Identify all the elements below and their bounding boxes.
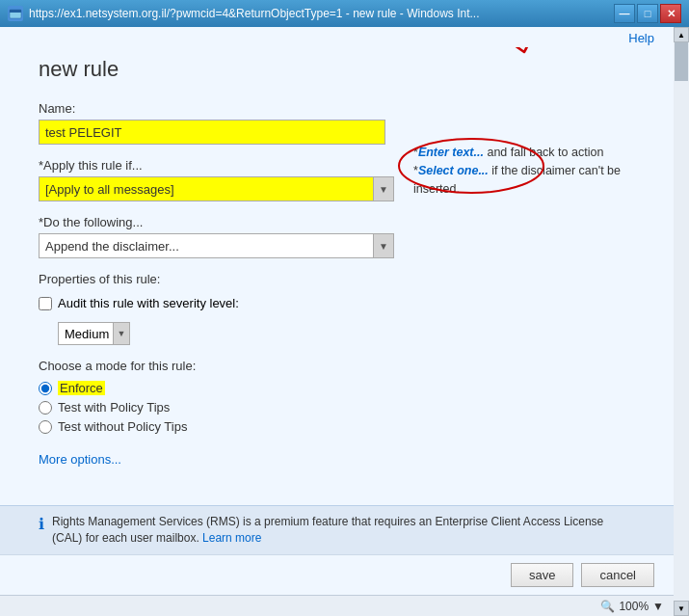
zoom-icon: 🔍 [600, 600, 615, 613]
browser-icon [8, 6, 23, 21]
test-without-label: Test without Policy Tips [58, 419, 187, 434]
select-one-link[interactable]: Select one... [418, 164, 489, 177]
apply-rule-select[interactable]: [Apply to all messages] [39, 176, 394, 201]
content-area: Help new rule Name: *Apply this rule if.… [0, 27, 689, 616]
scrollbar: ▲ ▼ [674, 27, 689, 616]
info-bar: ℹ Rights Management Services (RMS) is a … [0, 505, 674, 554]
more-options-link[interactable]: More options... [39, 452, 121, 467]
do-following-select[interactable]: Append the disclaimer... [39, 233, 394, 258]
test-without-radio[interactable] [39, 420, 52, 434]
save-button[interactable]: save [511, 563, 573, 587]
scroll-down-button[interactable]: ▼ [674, 601, 689, 616]
title-bar: https://ex1.netsystem.org.il/?pwmcid=4&R… [0, 0, 689, 27]
zoom-dropdown-arrow[interactable]: ▼ [652, 600, 664, 613]
title-bar-left: https://ex1.netsystem.org.il/?pwmcid=4&R… [8, 6, 480, 21]
enforce-label: Enforce [58, 381, 105, 395]
mode-label: Choose a mode for this rule: [39, 359, 394, 373]
disclaimer-text: *Enter text... and fall back to action *… [413, 144, 645, 198]
info-bar-text: Rights Management Services (RMS) is a pr… [52, 515, 603, 545]
do-following-label: *Do the following... [39, 215, 394, 229]
test-policy-radio-row: Test with Policy Tips [39, 400, 394, 415]
learn-more-link[interactable]: Learn more [202, 531, 261, 545]
severity-select[interactable]: Medium Low High [58, 322, 130, 345]
mode-section: Choose a mode for this rule: Enforce Tes… [39, 359, 394, 434]
info-icon: ℹ [39, 515, 44, 533]
info-text: Rights Management Services (RMS) is a pr… [52, 514, 635, 547]
name-label: Name: [39, 101, 394, 116]
minimize-button[interactable]: — [614, 4, 635, 23]
enforce-radio[interactable] [39, 382, 52, 395]
properties-header: Properties of this rule: [39, 272, 394, 286]
test-without-radio-row: Test without Policy Tips [39, 419, 394, 434]
properties-group: Properties of this rule: Audit this rule… [39, 272, 394, 345]
disclaimer-container: *Enter text... and fall back to action *… [413, 144, 645, 198]
bottom-bar: save cancel [0, 554, 674, 595]
status-bar: 🔍 100% ▼ [0, 595, 674, 616]
form-container: new rule Name: *Apply this rule if... [A… [0, 47, 674, 505]
red-arrow-svg [471, 47, 568, 76]
annotation-area: *Enter text... and fall back to action *… [413, 57, 645, 198]
help-link[interactable]: Help [628, 31, 654, 45]
enter-text-link[interactable]: Enter text... [418, 146, 484, 159]
cancel-button[interactable]: cancel [581, 563, 654, 587]
svg-rect-2 [10, 10, 21, 13]
apply-rule-group: *Apply this rule if... [Apply to all mes… [39, 158, 394, 201]
maximize-button[interactable]: □ [637, 4, 658, 23]
close-button[interactable]: ✕ [660, 4, 681, 23]
top-bar: Help [0, 27, 674, 47]
do-following-select-wrapper: Append the disclaimer... ▼ [39, 233, 394, 258]
name-input[interactable] [39, 120, 385, 145]
form-left: new rule Name: *Apply this rule if... [A… [39, 57, 394, 495]
scroll-thumb[interactable] [675, 42, 688, 81]
audit-checkbox-row: Audit this rule with severity level: [39, 296, 394, 310]
scroll-up-button[interactable]: ▲ [674, 27, 689, 42]
apply-rule-label: *Apply this rule if... [39, 158, 394, 173]
audit-label: Audit this rule with severity level: [58, 296, 239, 310]
title-bar-text: https://ex1.netsystem.org.il/?pwmcid=4&R… [29, 7, 480, 20]
main-panel: Help new rule Name: *Apply this rule if.… [0, 27, 674, 616]
audit-checkbox[interactable] [39, 297, 52, 310]
do-following-group: *Do the following... Append the disclaim… [39, 215, 394, 258]
zoom-level: 100% [619, 600, 649, 613]
apply-rule-select-wrapper: [Apply to all messages] ▼ [39, 176, 394, 201]
name-field-group: Name: [39, 101, 394, 145]
form-right: *Enter text... and fall back to action *… [413, 57, 645, 495]
title-bar-controls: — □ ✕ [614, 4, 681, 23]
page-title: new rule [39, 57, 394, 82]
severity-select-wrapper: Medium Low High ▼ [58, 322, 130, 345]
test-policy-label: Test with Policy Tips [58, 400, 170, 415]
scroll-track[interactable] [674, 42, 689, 601]
test-policy-radio[interactable] [39, 401, 52, 415]
enforce-radio-row: Enforce [39, 381, 394, 395]
